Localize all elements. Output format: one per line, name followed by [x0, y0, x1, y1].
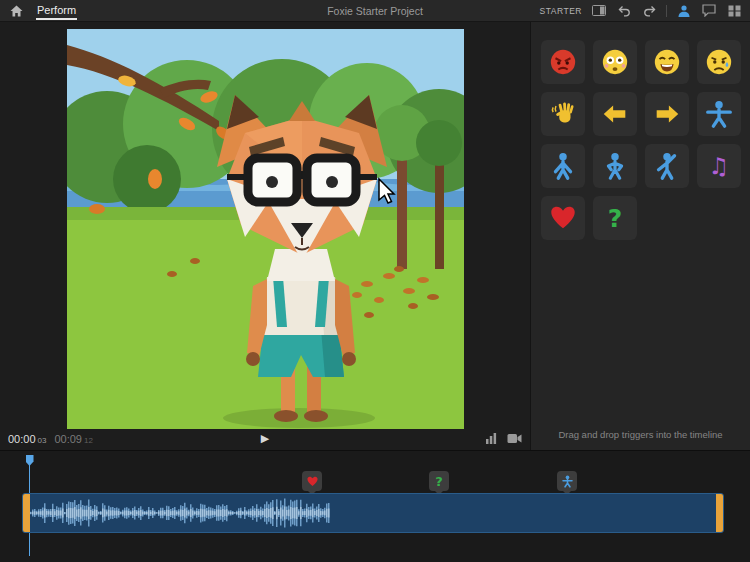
undo-icon[interactable] [616, 4, 632, 18]
duration-time: 00:09 [54, 433, 82, 445]
stage-area: 00:0003 00:0912 ▶ [0, 22, 530, 450]
trigger-sad-face[interactable] [697, 40, 741, 84]
trigger-heart[interactable] [541, 196, 585, 240]
current-frames: 03 [38, 436, 47, 445]
transport-bar: 00:0003 00:0912 ▶ [0, 429, 530, 448]
redo-icon[interactable] [641, 4, 657, 18]
pose-arms-out-icon [704, 99, 734, 129]
workspace-toggle-icon[interactable] [591, 4, 607, 18]
angry-face-icon [548, 47, 578, 77]
timeline-marker-question[interactable]: ? [429, 471, 449, 491]
heart-icon [548, 203, 578, 233]
flushed-face-icon [600, 47, 630, 77]
timeline-marker-heart[interactable] [302, 471, 322, 491]
scene-illustration [67, 29, 464, 429]
trigger-point-left[interactable] [593, 92, 637, 136]
chat-icon[interactable] [701, 4, 717, 18]
question-icon: ? [608, 204, 623, 233]
top-bar: Perform Foxie Starter Project STARTER [0, 0, 750, 22]
track-trim-handle-right[interactable] [716, 494, 723, 532]
trigger-music-note[interactable]: ♫ [697, 144, 741, 188]
panels-icon[interactable] [726, 4, 742, 18]
playhead-handle[interactable] [26, 455, 34, 466]
camera-icon[interactable] [507, 430, 522, 448]
timeline-marker-pose[interactable] [557, 471, 577, 491]
heart-icon [306, 475, 319, 488]
trigger-laughing-face[interactable] [645, 40, 689, 84]
trigger-grid: ♫ ? [531, 22, 750, 240]
pose-arms-down-icon [548, 151, 578, 181]
toolbar-divider [666, 5, 667, 17]
stage-scene[interactable] [67, 29, 464, 429]
starter-badge: STARTER [540, 6, 582, 16]
point-left-icon [600, 99, 630, 129]
trigger-angry-face[interactable] [541, 40, 585, 84]
triggers-panel: ♫ ? Drag and drop triggers into the time… [530, 22, 750, 450]
trigger-pose-arms-down[interactable] [541, 144, 585, 188]
levels-icon[interactable] [485, 430, 497, 448]
trigger-flushed-face[interactable] [593, 40, 637, 84]
audio-waveform [30, 494, 330, 532]
home-icon[interactable] [8, 3, 24, 19]
sad-face-icon [704, 47, 734, 77]
wave-hand-icon [548, 99, 578, 129]
current-time: 00:00 [8, 433, 36, 445]
question-icon: ? [435, 474, 443, 489]
pose-arm-raised-icon [652, 151, 682, 181]
laughing-face-icon [652, 47, 682, 77]
trigger-question[interactable]: ? [593, 196, 637, 240]
track-trim-handle-left[interactable] [23, 494, 30, 532]
point-right-icon [652, 99, 682, 129]
trigger-point-right[interactable] [645, 92, 689, 136]
timecode: 00:0003 00:0912 [8, 433, 93, 445]
timeline-panel: ? [0, 450, 750, 562]
music-note-icon: ♫ [709, 153, 730, 179]
tab-perform[interactable]: Perform [36, 1, 77, 20]
face-tracking-person-icon[interactable] [676, 4, 692, 18]
triggers-hint: Drag and drop triggers into the timeline [531, 429, 750, 440]
play-button[interactable]: ▶ [261, 433, 269, 444]
trigger-pose-hands-hips[interactable] [593, 144, 637, 188]
pose-icon [561, 475, 574, 488]
audio-track[interactable] [22, 493, 724, 533]
character-animator-app: Perform Foxie Starter Project STARTER [0, 0, 750, 562]
duration-frames: 12 [84, 436, 93, 445]
pose-hands-hips-icon [600, 151, 630, 181]
trigger-wave-hand[interactable] [541, 92, 585, 136]
trigger-pose-arms-out[interactable] [697, 92, 741, 136]
trigger-pose-arm-raised[interactable] [645, 144, 689, 188]
